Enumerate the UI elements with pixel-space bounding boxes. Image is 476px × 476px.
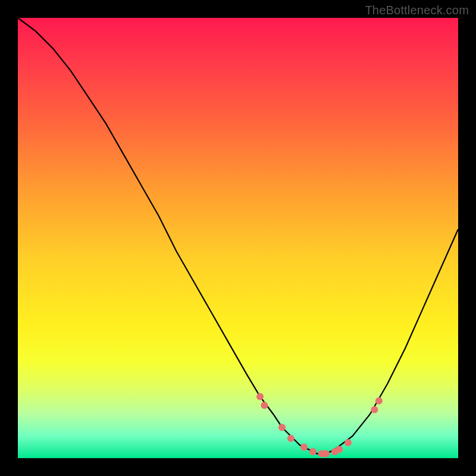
chart-frame: TheBottleneck.com [0, 0, 476, 476]
marker-dot [371, 406, 378, 414]
marker-dot [345, 439, 352, 446]
marker-dot [256, 393, 264, 400]
marker-dot [287, 435, 295, 442]
curve-svg [18, 18, 458, 458]
plot-area [18, 18, 458, 458]
marker-dot [322, 450, 330, 458]
marker-dot [300, 444, 308, 451]
marker-dot [336, 446, 343, 453]
marker-dot [309, 448, 317, 455]
marker-group [256, 393, 383, 457]
marker-dot [375, 397, 383, 405]
marker-dot [261, 402, 268, 409]
attribution-label: TheBottleneck.com [365, 4, 469, 17]
marker-dot [278, 424, 286, 431]
bottleneck-curve [18, 18, 458, 454]
